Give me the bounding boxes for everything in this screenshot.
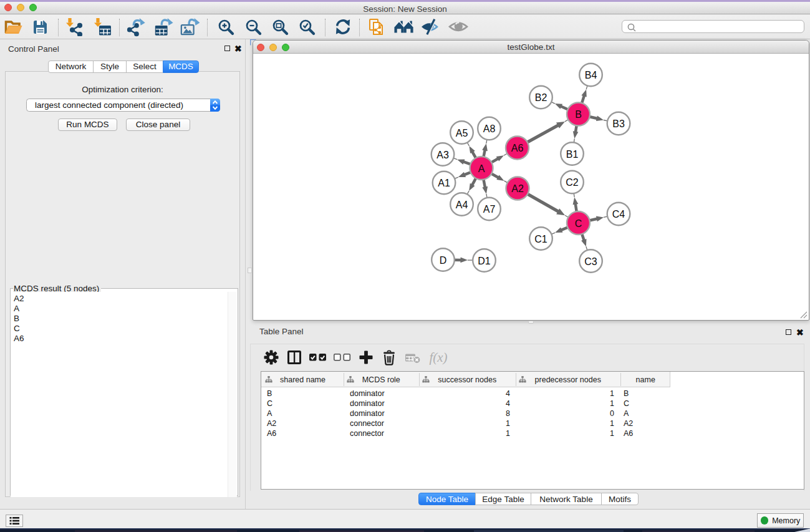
svg-text:A1: A1 — [438, 178, 450, 188]
svg-text:B2: B2 — [535, 92, 547, 103]
svg-text:A8: A8 — [483, 123, 496, 134]
svg-text:B4: B4 — [585, 70, 597, 80]
svg-text:C: C — [575, 218, 582, 229]
svg-text:A4: A4 — [456, 200, 468, 210]
svg-text:A7: A7 — [483, 204, 496, 215]
svg-text:C3: C3 — [584, 256, 597, 267]
svg-text:D1: D1 — [478, 256, 491, 266]
svg-text:A3: A3 — [436, 150, 449, 160]
svg-text:A: A — [478, 163, 485, 174]
svg-text:C2: C2 — [566, 177, 579, 188]
svg-text:C1: C1 — [534, 234, 547, 244]
svg-text:C4: C4 — [612, 209, 625, 220]
svg-text:D: D — [440, 255, 447, 266]
svg-text:B1: B1 — [566, 149, 579, 160]
svg-text:A6: A6 — [511, 143, 524, 153]
svg-text:A5: A5 — [456, 128, 468, 138]
svg-text:A2: A2 — [511, 183, 524, 194]
svg-text:B: B — [575, 109, 582, 120]
svg-text:B3: B3 — [612, 118, 625, 129]
